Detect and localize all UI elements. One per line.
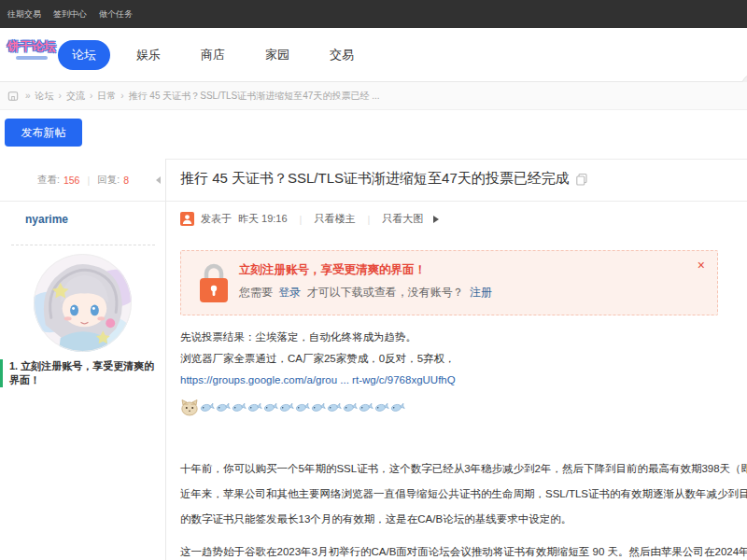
tab-trade[interactable]: 交易 [316, 40, 368, 70]
thread-title: 推行 45 天证书？SSL/TLS证书渐进缩短至47天的投票已经完成 [180, 170, 570, 188]
replies-count: 8 [123, 175, 129, 186]
main-nav: 饼干论坛 论坛 娱乐 商店 家园 交易 [0, 28, 747, 82]
nav-tabs: 论坛 娱乐 商店 家园 交易 [58, 28, 380, 82]
author-username[interactable]: nyarime [25, 213, 68, 226]
fish-emoji [263, 400, 278, 414]
home-icon[interactable] [7, 91, 19, 102]
replies-label: 回复: [97, 174, 120, 187]
post-line: 近年来，苹果公司和其他主要网络浏览器一直倡导缩短公共证书的生命周期，SSL/TL… [180, 482, 747, 507]
tab-home[interactable]: 家园 [251, 40, 303, 70]
sidebar-signature-note: 1. 立刻注册账号，享受更清爽的界面！ [0, 359, 162, 387]
thread-title-row: 推行 45 天证书？SSL/TLS证书渐进缩短至47天的投票已经完成 [180, 170, 588, 188]
notice-mid: 才可以下载或查看，没有账号？ [307, 286, 464, 299]
fish-emoji [374, 400, 389, 414]
notice-title: 立刻注册账号，享受更清爽的界面！ [239, 262, 426, 278]
poster-icon [180, 212, 194, 226]
posted-label: 发表于 [201, 212, 232, 226]
site-logo-tagline [16, 56, 48, 60]
breadcrumb-sep: › [120, 91, 123, 101]
emoji-row [180, 395, 747, 419]
register-link[interactable]: 注册 [470, 286, 492, 299]
google-groups-link[interactable]: https://groups.google.com/a/grou ... rt-… [180, 374, 456, 385]
breadcrumb: » 论坛 › 交流 › 日常 › 推行 45 天证书？SSL/TLS证书渐进缩短… [0, 82, 747, 110]
fish-emoji [247, 400, 262, 414]
sidebar-collapse-arrow-icon[interactable] [156, 176, 161, 184]
author-avatar[interactable] [33, 253, 133, 353]
post-meta-row: 发表于 昨天 19:16 | 只看楼主 | 只看大图 [180, 212, 439, 226]
breadcrumb-current: 推行 45 天证书？SSL/TLS证书渐进缩短至47天的投票已经 ... [129, 90, 380, 103]
topbar-link-past-trades[interactable]: 往期交易 [7, 8, 41, 21]
fish-emoji [359, 400, 374, 414]
post-body: 先说投票结果：尘埃落定，自动化终将成为趋势。 浏览器厂家全票通过，CA厂家25家… [180, 327, 747, 560]
fish-emoji [216, 400, 231, 414]
tab-entertainment[interactable]: 娱乐 [122, 40, 175, 70]
login-link[interactable]: 登录 [278, 286, 301, 299]
notice-prefix: 您需要 [239, 286, 273, 299]
post-line: 十年前，你可以购买一个5年期的SSL证书，这个数字已经从3年稳步减少到2年，然后… [180, 456, 747, 482]
thread-stats: 查看: 156 | 回复: 8 [0, 159, 166, 201]
meta-divider: | [300, 214, 303, 225]
post-paragraph-trend: 这一趋势始于谷歌在2023年3月初举行的CA/B面对面论坛会议推动将证书有效期缩… [180, 539, 747, 560]
meta-next-arrow-icon[interactable] [433, 216, 439, 223]
top-utility-bar: 往期交易 签到中心 做个任务 [0, 0, 747, 28]
only-images-link[interactable]: 只看大图 [382, 212, 423, 226]
author-sidebar: 查看: 156 | 回复: 8 nyarime [0, 159, 166, 560]
only-author-link[interactable]: 只看楼主 [314, 212, 355, 226]
sidebar-dashed-divider [11, 245, 155, 245]
views-count: 156 [63, 175, 80, 186]
tab-shop[interactable]: 商店 [187, 40, 239, 70]
fish-emoji [311, 400, 326, 414]
fish-emoji [327, 400, 342, 414]
new-post-button[interactable]: 发布新帖 [5, 119, 82, 147]
posted-time: 昨天 19:16 [238, 212, 288, 226]
fish-emoji [232, 400, 247, 414]
meta-divider: | [367, 214, 370, 225]
fish-emoji [279, 400, 294, 414]
forum-page: 往期交易 签到中心 做个任务 饼干论坛 论坛 娱乐 商店 家园 交易 » 论坛 … [0, 0, 747, 560]
stats-divider: | [87, 175, 90, 186]
tab-forum[interactable]: 论坛 [58, 40, 110, 70]
post-line-result: 先说投票结果：尘埃落定，自动化终将成为趋势。 [180, 327, 747, 348]
fish-emoji [390, 400, 405, 414]
copy-icon[interactable] [575, 173, 588, 186]
breadcrumb-sep: › [59, 91, 62, 101]
post-line: 的数字证书只能签发最长13个月的有效期，这是在CA/B论坛的基线要求中设定的。 [180, 507, 747, 532]
breadcrumb-section[interactable]: 交流 [66, 90, 85, 103]
lock-icon [198, 261, 230, 304]
breadcrumb-subsection[interactable]: 日常 [97, 90, 116, 103]
fish-emoji [295, 400, 310, 414]
post-paragraph-history: 十年前，你可以购买一个5年期的SSL证书，这个数字已经从3年稳步减少到2年，然后… [180, 456, 747, 532]
breadcrumb-sep: » [25, 91, 31, 101]
register-notice-box: 立刻注册账号，享受更清爽的界面！ 您需要 登录 才可以下载或查看，没有账号？ 注… [180, 250, 718, 315]
notice-text: 您需要 登录 才可以下载或查看，没有账号？ 注册 [239, 285, 495, 301]
site-logo[interactable]: 饼干论坛 [4, 38, 60, 74]
thread-main: 推行 45 天证书？SSL/TLS证书渐进缩短至47天的投票已经完成 发表于 昨… [167, 159, 747, 560]
fish-emoji [343, 400, 358, 414]
cat-emoji [180, 399, 199, 416]
topbar-link-checkin[interactable]: 签到中心 [53, 8, 87, 21]
views-label: 查看: [37, 174, 60, 187]
fish-emoji [200, 400, 215, 414]
title-underline [0, 201, 747, 202]
post-line-votes: 浏览器厂家全票通过，CA厂家25家赞成，0反对，5弃权， [180, 348, 747, 370]
topbar-link-tasks[interactable]: 做个任务 [99, 8, 133, 21]
breadcrumb-sep: › [90, 91, 92, 101]
breadcrumb-forum[interactable]: 论坛 [35, 90, 54, 103]
site-logo-text: 饼干论坛 [4, 38, 60, 55]
close-icon[interactable]: × [698, 259, 705, 272]
